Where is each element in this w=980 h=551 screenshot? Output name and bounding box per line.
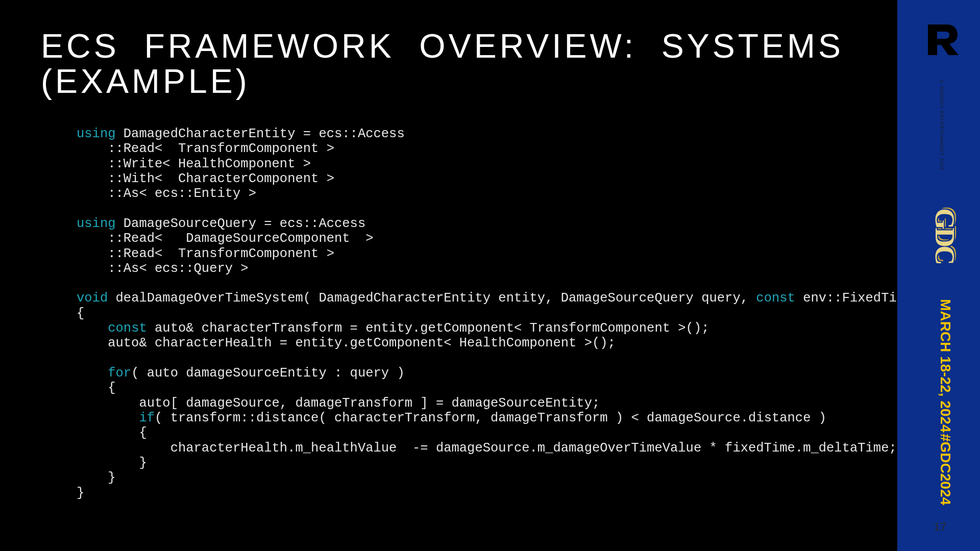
code-line: ::Read< DamageSourceComponent > [77, 231, 374, 246]
code-line: { [77, 425, 147, 440]
gdc-logo-icon: GDC [929, 208, 961, 263]
code-indent [77, 411, 139, 425]
code-line: auto& characterTransform = entity.getCom… [147, 321, 709, 336]
code-indent [77, 321, 108, 336]
slide-title: ECS FRAMEWORK OVERVIEW: SYSTEMS (EXAMPLE… [41, 29, 844, 99]
code-line: ( auto damageSourceEntity : query ) [131, 366, 405, 381]
keyword-for: for [108, 366, 131, 381]
code-line: { [77, 381, 116, 395]
code-line: { [77, 306, 84, 321]
conference-hashtag: #GDC2024 [937, 434, 953, 505]
code-line: ::As< ecs::Entity > [77, 186, 256, 201]
code-line: DamageSourceQuery = ecs::Access [116, 216, 366, 231]
code-line: dealDamageOverTimeSystem( DamagedCharact… [108, 291, 756, 306]
keyword-const: const [756, 291, 795, 306]
conference-dates: MARCH 18-22, 2024 [937, 299, 953, 432]
code-line: ( transform::distance( characterTransfor… [155, 411, 826, 425]
code-line: ::As< ecs::Query > [77, 261, 249, 276]
code-line: ::Write< HealthComponent > [77, 157, 311, 171]
code-line: ::Read< TransformComponent > [77, 246, 334, 261]
code-line: ::With< CharacterComponent > [77, 171, 334, 186]
code-line: auto& characterHealth = entity.getCompon… [77, 336, 616, 350]
keyword-if: if [139, 411, 155, 425]
copyright-text: © REMEDY ENTERTAINMENT 2023 [939, 79, 944, 170]
code-line: DamagedCharacterEntity = ecs::Access [116, 127, 405, 141]
keyword-using: using [77, 216, 116, 231]
code-line: } [77, 486, 84, 500]
code-line: } [77, 456, 147, 470]
remedy-logo-icon [925, 24, 960, 57]
code-line: characterHealth.m_healthValue -= damageS… [77, 441, 897, 456]
code-line: auto[ damageSource, damageTransform ] = … [77, 396, 600, 411]
sidebar: © REMEDY ENTERTAINMENT 2023 GDC MARCH 18… [897, 0, 980, 551]
page-number: 17 [934, 520, 946, 534]
keyword-void: void [77, 291, 108, 306]
code-indent [77, 366, 108, 381]
code-line: } [77, 470, 116, 485]
slide: ECS FRAMEWORK OVERVIEW: SYSTEMS (EXAMPLE… [0, 0, 980, 551]
code-line: ::Read< TransformComponent > [77, 141, 334, 156]
keyword-using: using [77, 127, 116, 141]
keyword-const: const [108, 321, 147, 336]
code-example: using DamagedCharacterEntity = ecs::Acce… [77, 127, 980, 500]
